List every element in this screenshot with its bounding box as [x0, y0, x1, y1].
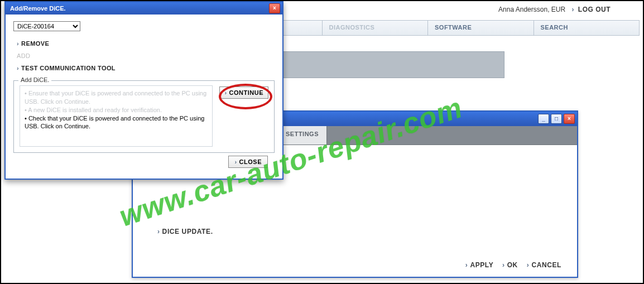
remove-label: REMOVE — [21, 40, 49, 47]
dialog-title: Add/Remove DiCE. — [10, 5, 267, 12]
add-action: ADD — [17, 52, 275, 59]
ok-button[interactable]: OK — [507, 261, 518, 269]
user-bar: Anna Andersson, EUR › LOG OUT — [290, 2, 622, 18]
chevron-right-icon: › — [17, 40, 19, 47]
instruction-frame: • Ensure that your DiCE is powered and c… — [20, 85, 213, 147]
inner-bottom-buttons: ›APPLY ›OK ›CANCEL — [459, 261, 561, 269]
fieldset-legend: Add DiCE. — [18, 76, 51, 83]
tab-software[interactable]: SOFTWARE — [428, 21, 534, 35]
instruction-step-3: • Check that your DiCE is powered and co… — [25, 114, 208, 131]
dialog-close-x[interactable]: × — [269, 3, 280, 13]
continue-button[interactable]: ›CONTINUE — [219, 86, 268, 99]
cancel-button[interactable]: CANCEL — [531, 261, 561, 269]
dice-update-label: DICE UPDATE. — [162, 228, 213, 235]
user-name: Anna Andersson, EUR — [498, 6, 565, 13]
instruction-step-2: • A new DiCE is installed and ready for … — [25, 106, 208, 114]
add-remove-dice-dialog: Add/Remove DiCE. × DiCE-200164 ›REMOVE A… — [4, 1, 283, 180]
close-label: CLOSE — [239, 158, 262, 165]
remove-action[interactable]: ›REMOVE — [17, 40, 275, 47]
dice-update-link[interactable]: ›DICE UPDATE. — [157, 228, 213, 235]
chevron-right-icon: › — [465, 261, 468, 269]
close-button[interactable]: ›CLOSE — [228, 156, 268, 168]
chevron-right-icon: › — [17, 65, 19, 71]
action-list: ›REMOVE ADD ›TEST COMMUNICATION TOOL — [17, 40, 275, 71]
logout-link[interactable]: LOG OUT — [578, 6, 611, 13]
chevron-right-icon: › — [234, 158, 237, 165]
dialog-footer: ›CLOSE — [13, 153, 275, 172]
dialog-body: DiCE-200164 ›REMOVE ADD ›TEST COMMUNICAT… — [6, 15, 282, 179]
tab-search[interactable]: SEARCH — [534, 21, 640, 35]
test-tool-label: TEST COMMUNICATION TOOL — [21, 65, 116, 71]
maximize-button[interactable]: □ — [551, 114, 562, 124]
tab-diagnostics[interactable]: DIAGNOSTICS — [323, 21, 429, 35]
chevron-right-icon: › — [571, 6, 574, 13]
add-dice-fieldset: Add DiCE. • Ensure that your DiCE is pow… — [13, 80, 275, 153]
add-label: ADD — [17, 52, 30, 59]
dialog-titlebar: Add/Remove DiCE. × — [6, 2, 282, 15]
chevron-right-icon: › — [224, 89, 227, 96]
tab-settings[interactable]: SETTINGS — [278, 126, 327, 145]
chevron-right-icon: › — [502, 261, 505, 269]
chevron-right-icon: › — [527, 261, 530, 269]
instruction-step-1: • Ensure that your DiCE is powered and c… — [25, 89, 208, 106]
minimize-button[interactable]: _ — [538, 114, 549, 124]
chevron-right-icon: › — [157, 228, 160, 235]
apply-button[interactable]: APPLY — [470, 261, 493, 269]
close-window-button[interactable]: × — [564, 114, 575, 124]
test-communication-action[interactable]: ›TEST COMMUNICATION TOOL — [17, 65, 275, 71]
continue-label: CONTINUE — [229, 89, 263, 96]
dice-select[interactable]: DiCE-200164 — [13, 21, 80, 31]
